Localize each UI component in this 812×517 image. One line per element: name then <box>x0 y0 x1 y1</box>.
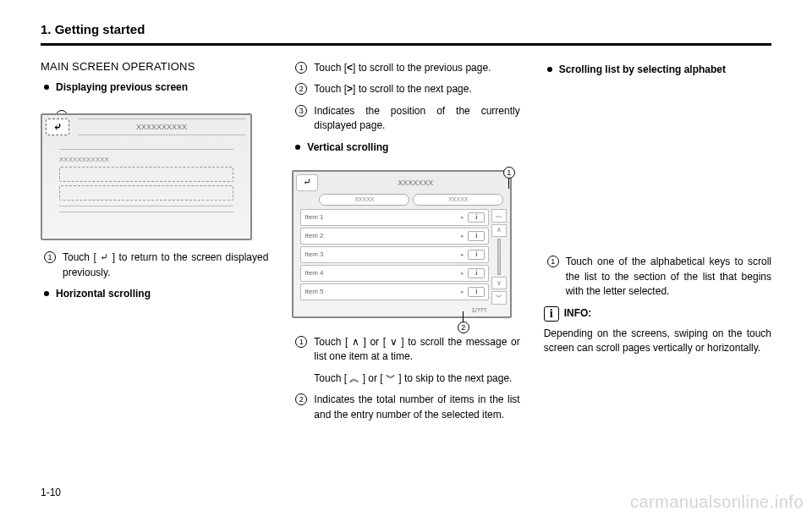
step-sub-text: Touch [ ︽ ] or [ ︾ ] to skip to the next… <box>314 371 519 386</box>
figure-tab[interactable]: XXXXX <box>413 194 503 206</box>
bullet-alphabet-scroll: Scrolling list by selecting alphabet <box>547 63 771 77</box>
bullet-icon <box>44 85 49 90</box>
back-icon: ⤶ <box>53 120 62 135</box>
list-item[interactable]: Item 2▸i <box>300 228 489 245</box>
step-number: 3 <box>295 105 307 117</box>
section-title: MAIN SCREEN OPERATIONS <box>41 59 268 75</box>
page-up-button[interactable]: ︽ <box>491 209 507 223</box>
chevron-right-icon: ▸ <box>461 250 464 259</box>
figure-callout-2: 2 <box>458 311 469 333</box>
figure-tabs: XXXXX XXXXX <box>294 194 510 209</box>
info-icon: i <box>468 250 485 260</box>
list-item[interactable]: Item 5▸i <box>300 283 489 300</box>
step-1b: 1 Touch [ ∧ ] or [ ∨ ] to scroll the mes… <box>295 335 519 365</box>
bullet-text: Scrolling list by selecting alphabet <box>559 63 726 77</box>
back-button[interactable]: ⤶ <box>296 174 318 191</box>
figure-title: XXXXXXX <box>321 172 510 194</box>
figure-line <box>59 206 233 206</box>
bullet-icon <box>44 291 49 296</box>
step-1: 1 Touch one of the alphabetical keys to … <box>547 255 771 299</box>
step-number: 1 <box>295 62 307 74</box>
scroll-up-button[interactable]: ∧ <box>491 224 507 238</box>
bullet-icon <box>295 145 300 150</box>
column-1: MAIN SCREEN OPERATIONS Displaying previo… <box>41 59 268 429</box>
step-number: 2 <box>295 393 307 405</box>
figure-row-label: XXXXXXXXXXX <box>59 155 233 165</box>
figure-callout-1: 1 <box>503 167 515 189</box>
header-divider <box>41 43 771 46</box>
step-text: Indicates the position of the currently … <box>314 104 519 134</box>
watermark: carmanualsonline.info <box>630 492 804 512</box>
info-icon: i <box>544 306 559 322</box>
bullet-text: Displaying previous screen <box>56 80 188 95</box>
figure-line <box>59 212 233 212</box>
step-text: Touch [<] to scroll to the previous page… <box>314 61 519 75</box>
chapter-title: 1. Getting started <box>41 22 771 36</box>
step-text: Touch [ ∧ ] or [ ∨ ] to scroll the messa… <box>314 335 519 365</box>
figure-line <box>59 149 233 150</box>
step-text: Indicates the total number of items in t… <box>314 393 519 422</box>
bullet-vertical-scrolling: Vertical scrolling <box>295 140 519 155</box>
column-2: 1 Touch [<] to scroll to the previous pa… <box>292 59 519 429</box>
figure-tab[interactable]: XXXXX <box>319 194 409 206</box>
scrollbar: ︽ ∧ ∨ ︾ <box>491 209 507 305</box>
list-item[interactable]: Item 4▸i <box>300 265 489 282</box>
callout-number: 1 <box>503 167 515 179</box>
columns: MAIN SCREEN OPERATIONS Displaying previo… <box>41 59 771 429</box>
scroll-track[interactable] <box>497 239 501 275</box>
chevron-right-icon: ▸ <box>461 269 464 278</box>
info-icon: i <box>468 212 485 223</box>
step-2: 2 Touch [>] to scroll to the next page. <box>295 82 519 96</box>
step-2b: 2 Indicates the total number of items in… <box>295 393 519 422</box>
step-text: Touch [ ⤶ ] to return to the screen disp… <box>63 250 268 280</box>
chevron-right-icon: ▸ <box>461 288 464 296</box>
callout-leader <box>463 311 464 322</box>
figure-screen: ⤶ XXXXXXXXXX XXXXXXXXXXX <box>41 113 252 240</box>
bullet-text: Horizontal scrolling <box>56 287 151 301</box>
step-1: 1 Touch [<] to scroll to the previous pa… <box>295 61 519 75</box>
chevron-right-icon: ▸ <box>461 232 464 240</box>
figure-titlebar: ⤶ XXXXXXXXXX <box>42 115 250 139</box>
bullet-text: Vertical scrolling <box>307 140 388 155</box>
step-text: Touch one of the alphabetical keys to sc… <box>566 255 771 299</box>
list-item[interactable]: Item 1▸i <box>300 209 489 226</box>
figure-placeholder-blank <box>544 84 771 253</box>
bullet-prev-screen: Displaying previous screen <box>44 80 268 95</box>
step-number: 1 <box>295 336 307 348</box>
back-icon: ⤶ <box>303 175 311 190</box>
manual-page: 1. Getting started MAIN SCREEN OPERATION… <box>0 0 812 429</box>
chevron-right-icon: ▸ <box>461 213 464 222</box>
step-number: 1 <box>44 251 56 263</box>
bullet-horizontal-scrolling: Horizontal scrolling <box>44 287 268 301</box>
step-1: 1 Touch [ ⤶ ] to return to the screen di… <box>44 250 268 280</box>
figure-list: Item 1▸i Item 2▸i Item 3▸i Item 4▸i Item… <box>300 209 489 305</box>
info-body: Depending on the screens, swiping on the… <box>544 327 771 356</box>
figure-title: XXXXXXXXXX <box>78 118 245 135</box>
figure-placeholder-row <box>59 185 233 201</box>
info-label: INFO: <box>564 306 592 321</box>
figure-main: Item 1▸i Item 2▸i Item 3▸i Item 4▸i Item… <box>294 209 510 306</box>
step-text: Touch [>] to scroll to the next page. <box>314 82 519 96</box>
column-3: Scrolling list by selecting alphabet 1 T… <box>544 59 771 429</box>
figure-prev-screen: 1 ⤶ XXXXXXXXXX XXXXXXXXXXX <box>41 113 268 240</box>
figure-screen: ⤶ XXXXXXX XXXXX XXXXX Item 1▸i Item 2▸i … <box>292 170 512 318</box>
step-3: 3 Indicates the position of the currentl… <box>295 104 519 134</box>
step-number: 2 <box>295 83 307 95</box>
info-icon: i <box>468 268 485 278</box>
figure-footer: 1/??? <box>294 306 510 316</box>
callout-leader <box>508 179 509 189</box>
info-heading: i INFO: <box>544 306 771 322</box>
callout-number: 2 <box>458 322 469 333</box>
info-icon: i <box>468 287 485 297</box>
back-button[interactable]: ⤶ <box>46 118 69 135</box>
step-number: 1 <box>547 256 559 267</box>
figure-titlebar: ⤶ XXXXXXX <box>294 172 510 194</box>
info-icon: i <box>468 231 485 241</box>
figure-body: XXXXXXXXXXX <box>42 139 250 223</box>
figure-placeholder-row <box>59 167 233 182</box>
page-down-button[interactable]: ︾ <box>491 291 507 305</box>
scroll-down-button[interactable]: ∨ <box>491 277 507 290</box>
bullet-icon <box>547 67 552 72</box>
list-item[interactable]: Item 3▸i <box>300 246 489 263</box>
page-number: 1-10 <box>41 487 61 498</box>
